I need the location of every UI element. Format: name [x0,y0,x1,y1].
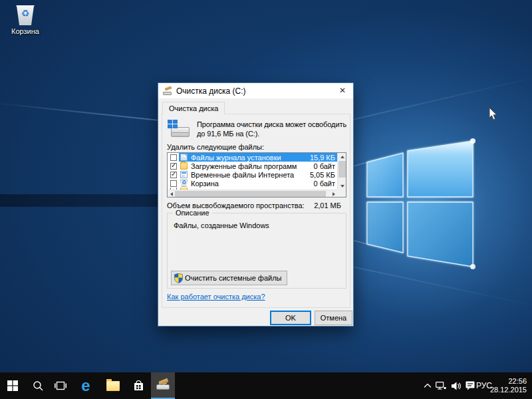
store-icon [133,380,144,392]
clock-time: 22:56 [508,377,527,386]
taskbar: e [0,372,532,399]
cancel-button[interactable]: Отмена [315,311,352,325]
description-groupbox: Описание Файлы, созданные Windows Очисти… [167,213,346,289]
windows-logo-wallpaper [336,126,479,279]
chevron-up-icon [424,384,431,388]
network-tray-button[interactable] [434,372,448,399]
checkbox[interactable] [170,154,177,161]
wallpaper-dark-band [0,194,160,207]
ok-button[interactable]: OK [270,311,311,325]
scroll-left-icon[interactable] [168,190,175,198]
tray-expand-button[interactable] [422,372,434,399]
program-files-folder-icon [180,162,188,170]
internet-files-icon [180,171,188,178]
store-button[interactable] [126,372,150,399]
disk-cleanup-dialog: Очистка диска (C:) ✕ Очистка диска Прогр… [158,82,354,327]
mouse-cursor [489,108,498,121]
recycle-bin-icon: ♻ [16,5,35,25]
windows-start-icon [7,380,18,391]
network-icon [436,382,446,390]
recycle-bin-label: Корзина [8,27,43,35]
horizontal-scrollbar[interactable] [168,190,337,197]
space-freed-value: 2,01 МБ [314,201,341,209]
file-row-setup-log[interactable]: Файлы журнала установки 15,9 КБ [168,153,337,162]
edge-button[interactable]: e [74,372,97,399]
search-button[interactable] [27,372,49,399]
checkbox[interactable] [170,163,177,170]
task-view-button[interactable] [49,372,72,399]
vertical-scroll-thumb[interactable] [338,161,346,178]
tab-disk-cleanup[interactable]: Очистка диска [162,102,225,114]
files-listbox[interactable]: Файлы журнала установки 15,9 КБ Загружен… [167,152,346,198]
desktop: ♻ Корзина Очистка диска (C:) ✕ Очистка д… [0,0,532,399]
disk-cleanup-app-icon [162,86,173,96]
recycle-symbol-icon: ♻ [16,9,35,18]
scroll-right-icon[interactable] [330,190,337,198]
uac-shield-icon [174,273,183,283]
clock[interactable]: 22:56 28.12.2015 [495,372,529,399]
description-group-label: Описание [173,209,212,217]
file-explorer-icon [106,381,120,391]
recycle-bin-desktop-icon[interactable]: ♻ Корзина [8,5,43,35]
file-row-downloaded-program-files[interactable]: Загруженные файлы программ 0 байт [168,162,337,170]
scroll-up-icon[interactable] [338,153,346,160]
start-button[interactable] [1,372,24,399]
edge-icon: e [81,372,90,399]
file-row-recycle-bin[interactable]: Корзина 0 байт [168,179,337,188]
task-view-icon [55,381,66,390]
tab-page: Программа очистки диска может освободить… [162,114,350,308]
file-explorer-button[interactable] [101,372,125,399]
volume-tray-button[interactable] [449,372,464,399]
scroll-down-icon[interactable] [338,182,346,190]
horizontal-scroll-thumb[interactable] [175,191,326,197]
windows-flag-icon [168,120,178,128]
close-icon[interactable]: ✕ [332,83,353,98]
vertical-scrollbar[interactable] [337,153,346,190]
checkbox[interactable] [170,172,177,178]
help-link[interactable]: Как работает очистка диска? [167,293,265,301]
disk-cleanup-icon [154,376,172,394]
setup-log-file-icon [180,154,188,161]
clock-date: 28.12.2015 [490,386,527,394]
file-row-temp-internet-files[interactable]: Временные файлы Интернета 5,05 КБ [168,170,337,179]
system-drive-icon [168,120,192,138]
dialog-title: Очистка диска (C:) [176,86,246,96]
description-text: Файлы, созданные Windows [174,221,269,229]
checkbox[interactable] [170,180,177,187]
dialog-titlebar[interactable]: Очистка диска (C:) ✕ [158,83,353,98]
search-icon [33,380,43,391]
scrollbar-corner [337,190,346,197]
disk-cleanup-taskbar-button[interactable] [151,372,175,399]
intro-text: Программа очистки диска может освободить… [197,120,347,138]
clean-system-files-button[interactable]: Очистить системные файлы [171,271,287,285]
speaker-icon [452,382,462,390]
recycle-bin-icon [180,180,188,187]
delete-files-label: Удалить следующие файлы: [167,143,264,151]
